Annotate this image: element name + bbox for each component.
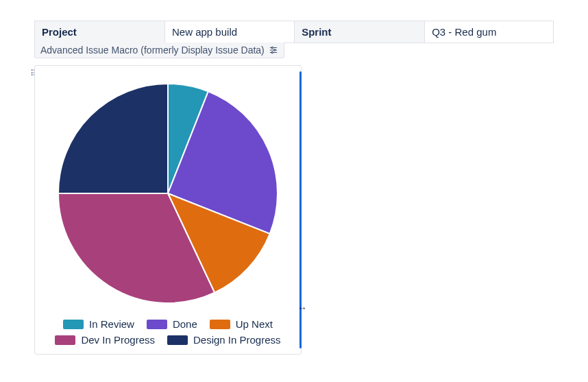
macro-badge[interactable]: Advanced Issue Macro (formerly Display I… (34, 43, 284, 58)
legend-swatch (55, 335, 75, 345)
table-header-cell: Sprint (295, 21, 425, 43)
svg-point-3 (271, 47, 273, 48)
table-value-cell[interactable]: Q3 - Red gum (425, 21, 554, 43)
legend-item: Up Next (210, 318, 273, 330)
svg-point-4 (273, 49, 275, 51)
legend-label: Design In Progress (193, 334, 281, 346)
chart-legend: In ReviewDoneUp NextDev In ProgressDesig… (42, 315, 294, 347)
legend-swatch (167, 335, 188, 345)
legend-swatch (63, 320, 84, 329)
legend-label: Done (173, 318, 197, 330)
legend-label: Up Next (236, 318, 273, 330)
settings-icon (269, 45, 278, 55)
legend-swatch (147, 320, 167, 329)
legend-item: Design In Progress (167, 334, 281, 346)
legend-item: Dev In Progress (55, 334, 155, 346)
pie-slice (58, 84, 168, 193)
legend-label: In Review (89, 318, 134, 330)
project-info-table: ProjectNew app buildSprintQ3 - Red gum (34, 21, 554, 43)
legend-label: Dev In Progress (81, 334, 155, 346)
legend-swatch (210, 320, 230, 329)
resize-handle-icon[interactable]: ↔ (297, 303, 307, 313)
table-value-cell[interactable]: New app build (165, 21, 295, 43)
svg-point-5 (271, 51, 273, 53)
pie-chart (42, 74, 294, 315)
macro-label: Advanced Issue Macro (formerly Display I… (40, 45, 265, 56)
legend-item: In Review (63, 318, 134, 330)
legend-item: Done (147, 318, 197, 330)
chart-card: In ReviewDoneUp NextDev In ProgressDesig… (34, 65, 302, 355)
table-header-cell: Project (35, 21, 165, 43)
